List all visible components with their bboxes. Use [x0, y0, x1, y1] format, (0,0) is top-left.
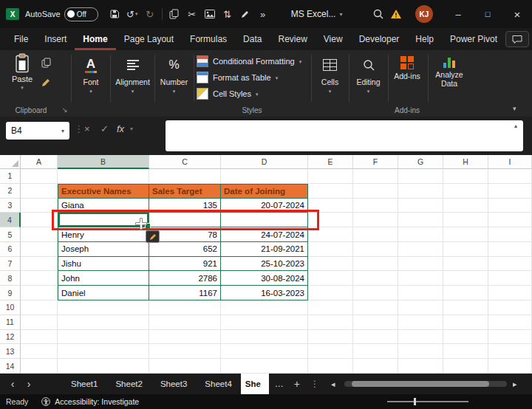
cell-A6[interactable]	[21, 242, 58, 257]
column-header-I[interactable]: I	[488, 155, 532, 169]
user-avatar[interactable]: KJ	[415, 5, 433, 23]
close-button[interactable]: ×	[502, 0, 532, 28]
font-group-button[interactable]: A Font ▾	[74, 50, 108, 94]
cell-F2[interactable]	[353, 184, 398, 199]
zoom-slider-handle[interactable]	[414, 398, 416, 405]
cell-F11[interactable]	[353, 315, 398, 330]
analyze-data-button[interactable]: Analyze Data	[430, 50, 468, 88]
accessibility-checker-button[interactable]: Accessibility: Investigate	[41, 397, 139, 406]
cell-C6[interactable]: 652	[149, 242, 221, 257]
cell-H1[interactable]	[443, 169, 488, 184]
sort-filter-button[interactable]: ⇅	[219, 5, 236, 23]
cell-G12[interactable]	[398, 330, 443, 345]
cell-H14[interactable]	[443, 359, 488, 374]
cell-A7[interactable]	[21, 257, 58, 272]
cut-button[interactable]: ✂	[183, 5, 201, 23]
column-header-D[interactable]: D	[221, 155, 308, 169]
row-header-4[interactable]: 4	[0, 213, 21, 227]
scroll-left-button[interactable]: ◂	[331, 379, 335, 389]
cell-B9[interactable]: Daniel	[58, 286, 149, 300]
cell-B14[interactable]	[58, 359, 149, 374]
tab-page-layout[interactable]: Page Layout	[116, 28, 182, 50]
formula-input[interactable]: ▴	[166, 120, 523, 151]
sheet-tab-sheet3[interactable]: Sheet3	[151, 374, 196, 394]
cell-F10[interactable]	[353, 300, 398, 315]
kebab-menu-icon[interactable]: ⋮	[310, 379, 319, 389]
cell-E13[interactable]	[308, 344, 353, 359]
cell-G7[interactable]	[398, 257, 443, 272]
number-group-button[interactable]: % Number ▾	[157, 50, 191, 94]
cell-A8[interactable]	[21, 271, 58, 286]
row-header-3[interactable]: 3	[0, 199, 21, 213]
row-header-12[interactable]: 12	[0, 330, 21, 345]
copy-small-button[interactable]	[41, 58, 51, 71]
cells-group-button[interactable]: Cells ▾	[313, 50, 347, 94]
sheet-tab-sheet2[interactable]: Sheet2	[106, 374, 151, 394]
cell-I13[interactable]	[488, 344, 532, 359]
undo-button[interactable]: ↺▾	[123, 5, 141, 23]
cell-D13[interactable]	[221, 344, 308, 359]
cell-I9[interactable]	[488, 286, 532, 300]
cell-H5[interactable]	[443, 227, 488, 242]
cell-G3[interactable]	[398, 199, 443, 213]
cell-I12[interactable]	[488, 330, 532, 345]
cell-D10[interactable]	[221, 300, 308, 315]
cell-F5[interactable]	[353, 227, 398, 242]
cell-A10[interactable]	[21, 300, 58, 315]
cell-H11[interactable]	[443, 315, 488, 330]
paste-button[interactable]: Paste ▾	[6, 53, 38, 90]
column-header-A[interactable]: A	[21, 155, 58, 169]
cell-H12[interactable]	[443, 330, 488, 345]
sheet-tab-sheet4[interactable]: Sheet4	[196, 374, 240, 394]
horizontal-scrollbar[interactable]	[344, 381, 507, 387]
cell-H8[interactable]	[443, 271, 488, 286]
tab-insert[interactable]: Insert	[36, 28, 75, 50]
quick-access-more-button[interactable]: »	[254, 5, 272, 23]
cell-C10[interactable]	[149, 300, 221, 315]
row-header-10[interactable]: 10	[0, 300, 21, 315]
tab-review[interactable]: Review	[270, 28, 315, 50]
cell-E1[interactable]	[308, 169, 353, 184]
cell-H4[interactable]	[443, 213, 488, 227]
column-header-B[interactable]: B	[58, 155, 149, 169]
cell-I2[interactable]	[488, 184, 532, 199]
cell-A14[interactable]	[21, 359, 58, 374]
cell-E6[interactable]	[308, 242, 353, 257]
cell-C14[interactable]	[149, 359, 221, 374]
sheet-tab-sheet1[interactable]: Sheet1	[62, 374, 106, 394]
comments-button[interactable]	[505, 31, 529, 47]
cell-A13[interactable]	[21, 344, 58, 359]
alerts-button[interactable]	[387, 5, 405, 23]
cell-E14[interactable]	[308, 359, 353, 374]
next-sheet-button[interactable]: ›	[21, 378, 37, 390]
addins-button[interactable]: Add-ins	[390, 50, 424, 80]
cell-I8[interactable]	[488, 271, 532, 286]
cell-B2[interactable]: Executive Names	[58, 184, 149, 199]
cell-A2[interactable]	[21, 184, 58, 199]
zoom-slider[interactable]	[387, 401, 468, 402]
cell-C2[interactable]: Sales Target	[149, 184, 221, 199]
cell-H3[interactable]	[443, 199, 488, 213]
copy-button[interactable]	[166, 5, 183, 23]
cell-A12[interactable]	[21, 330, 58, 345]
save-button[interactable]	[106, 5, 123, 23]
column-header-C[interactable]: C	[149, 155, 221, 169]
autosave-toggle[interactable]: Off	[64, 7, 98, 21]
cell-B10[interactable]	[58, 300, 149, 315]
cell-C8[interactable]: 2786	[149, 271, 221, 286]
cell-I11[interactable]	[488, 315, 532, 330]
row-header-14[interactable]: 14	[0, 359, 21, 374]
cell-G5[interactable]	[398, 227, 443, 242]
cell-F13[interactable]	[353, 344, 398, 359]
cell-B12[interactable]	[58, 330, 149, 345]
cell-B1[interactable]	[58, 169, 149, 184]
cell-D12[interactable]	[221, 330, 308, 345]
chevron-down-icon[interactable]: ▾	[61, 128, 64, 134]
cell-H2[interactable]	[443, 184, 488, 199]
cell-C12[interactable]	[149, 330, 221, 345]
cell-styles-button[interactable]: Cell Styles ▾	[197, 86, 258, 101]
scroll-right-button[interactable]: ▸	[513, 379, 517, 389]
collapse-formula-bar-icon[interactable]: ▴	[514, 123, 517, 129]
maximize-button[interactable]: □	[473, 0, 502, 28]
search-button[interactable]	[369, 5, 387, 23]
